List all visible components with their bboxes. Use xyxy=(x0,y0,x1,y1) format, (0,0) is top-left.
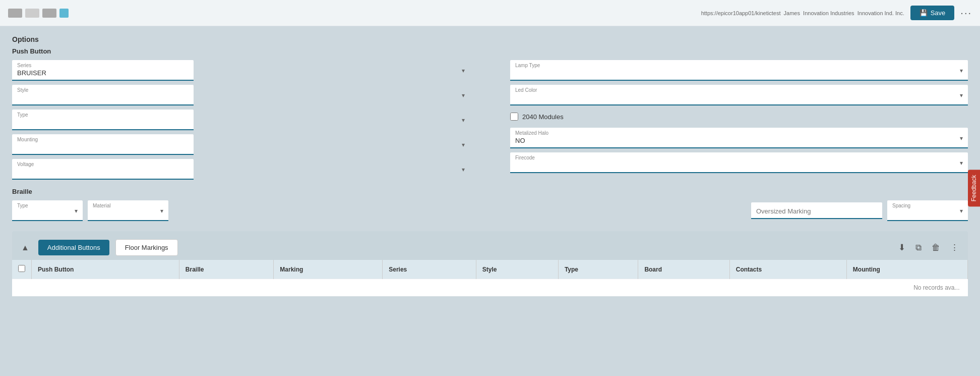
logo-square-1 xyxy=(8,9,22,18)
braille-material-field: Material xyxy=(88,200,168,221)
table-header-style: Style xyxy=(476,260,558,279)
braille-section: Braille Type Material xyxy=(12,188,968,221)
url-text: https://epicor10app01/kinetictest xyxy=(701,10,781,16)
download-icon-button[interactable]: ⬇ xyxy=(895,240,908,255)
table-header-series: Series xyxy=(383,260,476,279)
save-icon: 💾 xyxy=(920,9,928,17)
download-icon: ⬇ xyxy=(898,243,905,252)
table-row: No records ava... xyxy=(12,279,968,297)
braille-material-select[interactable] xyxy=(88,200,168,221)
feedback-tab[interactable]: Feedback xyxy=(968,170,980,206)
top-bar-left xyxy=(8,9,69,18)
checkbox-2040-row: 2040 Modules xyxy=(510,110,968,124)
select-all-checkbox[interactable] xyxy=(18,265,25,272)
no-records-text: No records ava... xyxy=(12,279,968,296)
series-select[interactable]: BRUISER xyxy=(12,60,194,81)
table-header-board: Board xyxy=(638,260,729,279)
save-button[interactable]: 💾 Save xyxy=(910,6,955,20)
table-header-marking: Marking xyxy=(274,260,383,279)
mounting-field: Mounting xyxy=(12,134,470,155)
checkbox-2040-label: 2040 Modules xyxy=(522,113,564,121)
series-field: Series BRUISER xyxy=(12,60,470,81)
table-header-mounting: Mounting xyxy=(846,260,967,279)
top-bar-right: https://epicor10app01/kinetictest James … xyxy=(701,6,972,20)
oversized-marking-input[interactable] xyxy=(751,202,882,219)
type-select[interactable] xyxy=(12,110,194,130)
more-button[interactable]: ··· xyxy=(960,7,972,19)
floor-markings-button[interactable]: Floor Markings xyxy=(115,239,178,256)
push-button-title: Push Button xyxy=(12,47,968,55)
more-options-button[interactable]: ⋮ xyxy=(947,240,962,255)
buttons-toolbar: ▲ Additional Buttons Floor Markings ⬇ ⧉ … xyxy=(12,236,968,259)
push-button-form: Series BRUISER Style Type xyxy=(12,60,968,180)
toolbar-right: ⬇ ⧉ 🗑 ⋮ xyxy=(895,240,962,255)
main-content: Options Push Button Series BRUISER Style xyxy=(0,26,980,305)
led-color-select[interactable] xyxy=(510,85,968,105)
led-color-field: Led Color xyxy=(510,85,968,105)
voltage-select[interactable] xyxy=(12,159,194,180)
lamp-type-field: Lamp Type xyxy=(510,60,968,81)
table-header-push-button: Push Button xyxy=(32,260,179,279)
logo-square-4 xyxy=(59,9,69,18)
copy-icon: ⧉ xyxy=(915,243,922,252)
oversized-marking-field xyxy=(751,202,882,219)
spacing-select[interactable] xyxy=(887,200,968,221)
delete-icon-button[interactable]: 🗑 xyxy=(929,241,943,255)
copy-icon-button[interactable]: ⧉ xyxy=(912,241,925,255)
top-bar: https://epicor10app01/kinetictest James … xyxy=(0,0,980,26)
lamp-type-select[interactable] xyxy=(510,60,968,81)
save-label: Save xyxy=(931,9,946,17)
left-column: Series BRUISER Style Type xyxy=(12,60,470,180)
spacing-field: Spacing xyxy=(887,200,968,221)
logo-block xyxy=(8,9,69,18)
braille-type-field: Type xyxy=(12,200,83,221)
logo-square-2 xyxy=(25,9,39,18)
trash-icon: 🗑 xyxy=(932,243,940,252)
braille-row: Type Material Spacing xyxy=(12,200,968,221)
company-text: Innovation Industries xyxy=(803,10,854,16)
options-section-title: Options xyxy=(12,35,968,43)
additional-buttons-button[interactable]: Additional Buttons xyxy=(38,240,109,255)
checkbox-2040[interactable] xyxy=(510,113,518,121)
table-header-checkbox-col xyxy=(12,260,32,279)
type-field: Type xyxy=(12,110,470,130)
data-table: Push Button Braille Marking Series Style xyxy=(12,260,968,296)
logo-square-3 xyxy=(42,9,56,18)
vertical-dots-icon: ⋮ xyxy=(950,243,959,252)
table-body: No records ava... xyxy=(12,279,968,297)
top-bar-info: https://epicor10app01/kinetictest James … xyxy=(701,10,904,16)
user-text: James xyxy=(784,10,800,16)
style-select[interactable] xyxy=(12,85,194,105)
table-header-braille: Braille xyxy=(179,260,274,279)
braille-title: Braille xyxy=(12,188,968,195)
right-column: Lamp Type Led Color 2040 Modules Metaliz… xyxy=(510,60,968,180)
table-header-contacts: Contacts xyxy=(729,260,846,279)
metalized-halo-select[interactable]: NO xyxy=(510,128,968,148)
table-header-type: Type xyxy=(558,260,638,279)
table-header-row: Push Button Braille Marking Series Style xyxy=(12,260,968,279)
voltage-field: Voltage xyxy=(12,159,470,180)
buttons-section: ▲ Additional Buttons Floor Markings ⬇ ⧉ … xyxy=(12,231,968,296)
braille-type-select[interactable] xyxy=(12,200,83,221)
style-field: Style xyxy=(12,85,470,105)
firecode-field: Firecode xyxy=(510,152,968,173)
mounting-select[interactable] xyxy=(12,134,194,155)
metalized-halo-field: Metalized Halo NO xyxy=(510,128,968,148)
firecode-select[interactable] xyxy=(510,152,968,173)
collapse-button[interactable]: ▲ xyxy=(18,242,32,253)
company2-text: Innovation Ind. Inc. xyxy=(858,10,904,16)
